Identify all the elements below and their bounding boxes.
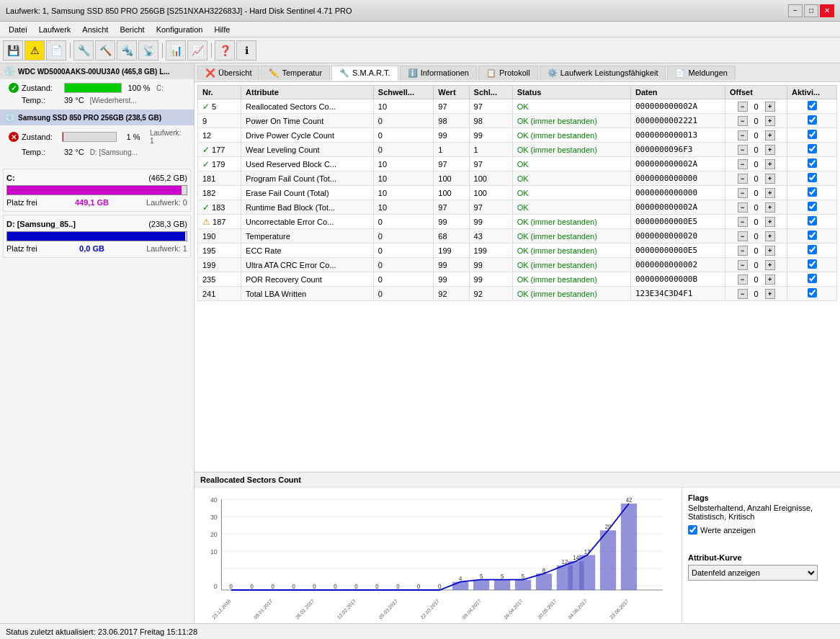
toolbar-btn-4[interactable]: 🔧 [73, 40, 94, 61]
menu-hilfe[interactable]: Hilfe [208, 24, 236, 35]
minimize-button[interactable]: − [788, 4, 803, 17]
menu-datei[interactable]: Datei [3, 24, 33, 35]
menu-ansicht[interactable]: Ansicht [76, 24, 114, 35]
offset-minus[interactable]: − [738, 145, 748, 155]
toolbar-btn-warning[interactable]: ⚠ [24, 40, 45, 61]
content-area: Nr. Attribute Schwell... Wert Schl... St… [195, 82, 840, 623]
offset-plus[interactable]: + [765, 217, 775, 227]
toolbar-btn-3[interactable]: 📄 [46, 40, 66, 61]
table-row[interactable]: ✓ 183 Runtime Bad Block (Tot... 10 97 97… [198, 200, 837, 215]
cell-wert: 99 [434, 128, 469, 143]
offset-plus[interactable]: + [765, 159, 775, 169]
toolbar-btn-help[interactable]: ❓ [215, 40, 235, 61]
tab-ubersicht[interactable]: ❌ Übersicht [197, 66, 259, 80]
offset-minus[interactable]: − [738, 102, 748, 112]
offset-minus[interactable]: − [738, 130, 748, 140]
tab-smart[interactable]: 🔧 S.M.A.R.T. [331, 66, 398, 81]
menu-konfiguration[interactable]: Konfiguration [151, 24, 209, 35]
offset-value: 0 [749, 131, 764, 140]
maximize-button[interactable]: □ [804, 4, 818, 17]
table-row[interactable]: 235 POR Recovery Count 0 99 99 OK (immer… [198, 272, 837, 287]
row-checkbox[interactable] [808, 101, 817, 110]
menu-laufwerk[interactable]: Laufwerk [33, 24, 77, 35]
tab-temperatur[interactable]: ✏️ Temperatur [261, 66, 330, 80]
drive1-title: WDC WD5000AAKS-00UU3A0 (465,8 GB) L... [18, 68, 170, 76]
smart-table-container[interactable]: Nr. Attribute Schwell... Wert Schl... St… [195, 82, 840, 472]
toolbar-btn-5[interactable]: 🔨 [95, 40, 115, 61]
offset-minus[interactable]: − [738, 159, 748, 169]
table-row[interactable]: 182 Erase Fail Count (Total) 10 100 100 … [198, 186, 837, 200]
cell-status: OK (immer bestanden) [512, 229, 630, 243]
cell-offset: − 0 + [725, 272, 787, 287]
table-row[interactable]: ✓ 5 Reallocated Sectors Co... 10 97 97 O… [198, 99, 837, 114]
offset-plus[interactable]: + [765, 145, 775, 155]
offset-minus[interactable]: − [738, 246, 748, 256]
menu-bericht[interactable]: Bericht [114, 24, 150, 35]
close-button[interactable]: ✕ [820, 4, 834, 17]
table-row[interactable]: 181 Program Fail Count (Tot... 10 100 10… [198, 171, 837, 186]
svg-text:26.04.2017: 26.04.2017 [503, 598, 523, 620]
offset-plus[interactable]: + [765, 116, 775, 126]
offset-minus[interactable]: − [738, 274, 748, 285]
table-row[interactable]: 241 Total LBA Written 0 92 92 OK (immer … [198, 287, 837, 301]
offset-plus[interactable]: + [765, 274, 775, 285]
offset-minus[interactable]: − [738, 260, 748, 270]
row-checkbox[interactable] [808, 158, 817, 168]
tab-leistung[interactable]: ⚙️ Laufwerk Leistungsfähigkeit [540, 66, 666, 80]
offset-minus[interactable]: − [738, 174, 748, 184]
toolbar-btn-9[interactable]: 📈 [187, 40, 207, 61]
table-row[interactable]: 190 Temperature 0 68 43 OK (immer bestan… [198, 229, 837, 243]
row-checkbox[interactable] [808, 173, 817, 182]
offset-plus[interactable]: + [765, 174, 775, 184]
offset-minus[interactable]: − [738, 217, 748, 227]
offset-plus[interactable]: + [765, 102, 775, 112]
row-checkbox[interactable] [808, 259, 817, 269]
table-row[interactable]: 195 ECC Rate 0 199 199 OK (immer bestand… [198, 243, 837, 258]
table-row[interactable]: 12 Drive Power Cycle Count 0 99 99 OK (i… [198, 128, 837, 143]
row-checkbox[interactable] [808, 216, 817, 225]
cell-aktivi [787, 143, 837, 157]
cell-offset: − 0 + [725, 143, 787, 157]
row-checkbox[interactable] [808, 245, 817, 254]
offset-minus[interactable]: − [738, 231, 748, 241]
toolbar-btn-7[interactable]: 📡 [138, 40, 158, 61]
cell-attribute: Wear Leveling Count [241, 143, 374, 157]
row-checkbox[interactable] [808, 187, 817, 197]
svg-text:4: 4 [459, 576, 463, 582]
toolbar-btn-1[interactable]: 💾 [3, 40, 23, 61]
toolbar-btn-info[interactable]: ℹ [236, 40, 256, 61]
row-checkbox[interactable] [808, 130, 817, 139]
offset-minus[interactable]: − [738, 289, 748, 299]
toolbar-btn-6[interactable]: 🔩 [117, 40, 137, 61]
tab-protokoll[interactable]: 📋 Protokoll [478, 66, 538, 80]
table-row[interactable]: ✓ 177 Wear Leveling Count 0 1 1 OK (imme… [198, 143, 837, 157]
drive2-header[interactable]: 💿 Samsung SSD 850 PRO 256GB (238,5 GB) [0, 110, 194, 125]
offset-minus[interactable]: − [738, 116, 748, 126]
row-checkbox[interactable] [808, 144, 817, 153]
offset-plus[interactable]: + [765, 188, 775, 198]
chart-curve-select[interactable]: Datenfeld anzeigen [688, 565, 818, 581]
table-row[interactable]: 9 Power On Time Count 0 98 98 OK (immer … [198, 114, 837, 128]
offset-minus[interactable]: − [738, 202, 748, 213]
table-row[interactable]: ✓ 179 Used Reserved Block C... 10 97 97 … [198, 157, 837, 171]
offset-plus[interactable]: + [765, 289, 775, 299]
offset-plus[interactable]: + [765, 202, 775, 213]
offset-plus[interactable]: + [765, 246, 775, 256]
row-checkbox[interactable] [808, 274, 817, 283]
toolbar-btn-8[interactable]: 📊 [166, 40, 186, 61]
tab-meldungen[interactable]: 📄 Meldungen [667, 66, 735, 80]
row-checkbox[interactable] [808, 202, 817, 211]
disk-d-free-value: 0,0 GB [79, 244, 104, 253]
row-checkbox[interactable] [808, 115, 817, 125]
table-row[interactable]: ⚠ 187 Uncorrectable Error Co... 0 99 99 … [198, 215, 837, 229]
chart-werte-checkbox[interactable] [688, 525, 697, 535]
offset-minus[interactable]: − [738, 188, 748, 198]
drive1-header[interactable]: 💿 WDC WD5000AAKS-00UU3A0 (465,8 GB) L... [0, 63, 194, 79]
offset-plus[interactable]: + [765, 130, 775, 140]
table-row[interactable]: 199 Ultra ATA CRC Error Co... 0 99 99 OK… [198, 258, 837, 272]
offset-plus[interactable]: + [765, 260, 775, 270]
row-checkbox[interactable] [808, 288, 817, 298]
tab-informationen[interactable]: ℹ️ Informationen [400, 66, 477, 80]
row-checkbox[interactable] [808, 231, 817, 240]
offset-plus[interactable]: + [765, 231, 775, 241]
